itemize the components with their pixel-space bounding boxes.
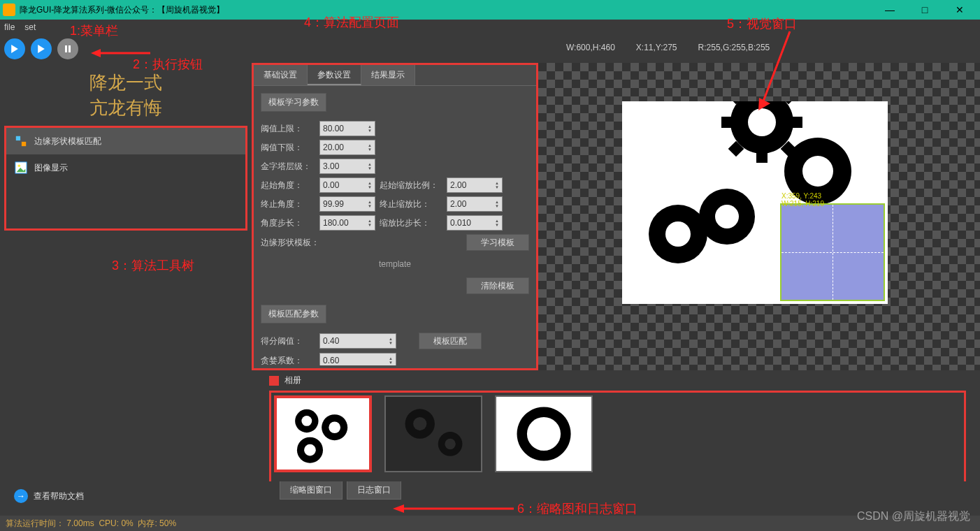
thumbnail-strip	[269, 391, 966, 481]
match-button[interactable]: 模板匹配	[419, 333, 482, 349]
pyramid-input[interactable]: 3.00▲▼	[319, 159, 375, 174]
svg-rect-12	[756, 152, 768, 163]
thumbnail-2[interactable]	[384, 395, 482, 472]
ang-step-label: 角度步长：	[261, 217, 315, 229]
shape-icon	[15, 135, 27, 147]
clear-template-button[interactable]: 清除模板	[466, 277, 529, 294]
greedy-input[interactable]: 0.60▲▼	[319, 353, 396, 365]
template-name: template	[261, 259, 529, 269]
thresh-lo-label: 阈值下限：	[261, 142, 315, 154]
config-panel: 基础设置 参数设置 结果显示 模板学习参数 阈值上限：80.00▲▼ 阈值下限：…	[252, 63, 538, 370]
svg-rect-2	[65, 45, 67, 52]
menu-set[interactable]: set	[24, 22, 36, 32]
roi-box[interactable]: X:359, Y:243W:215, H:219	[780, 203, 885, 301]
svg-point-22	[665, 221, 691, 247]
help-link[interactable]: → 查看帮助文档	[4, 482, 94, 510]
info-rgb: R:255,G:255,B:255	[698, 43, 770, 52]
pyramid-label: 金字塔层级：	[261, 161, 315, 173]
arrow-6	[391, 502, 517, 516]
score-label: 得分阈值：	[261, 335, 315, 347]
svg-rect-14	[791, 117, 802, 128]
canvas-image[interactable]: X:359, Y:243W:215, H:219	[622, 101, 888, 304]
run-step-button[interactable]	[31, 38, 52, 59]
title-bar: 降龙GUI-降龙算法系列-微信公众号：【周旋机器视觉】 — □ ✕	[0, 0, 980, 20]
start-scale-input[interactable]: 2.00▲▼	[447, 177, 503, 193]
help-label: 查看帮助文档	[34, 490, 84, 502]
svg-point-24	[715, 205, 739, 228]
window-title: 降龙GUI-降龙算法系列-微信公众号：【周旋机器视觉】	[20, 4, 879, 16]
tab-param[interactable]: 参数设置	[308, 65, 361, 85]
svg-point-34	[445, 439, 455, 449]
pause-button[interactable]	[57, 38, 78, 59]
left-panel: 降龙一式 亢龙有悔 边缘形状模板匹配 图像显示	[0, 63, 252, 370]
end-ang-label: 终止角度：	[261, 198, 315, 210]
status-runtime-label: 算法运行时间：	[6, 518, 64, 530]
help-icon: →	[14, 489, 28, 503]
minimize-button[interactable]: —	[879, 4, 900, 15]
info-xy: X:11,Y:275	[636, 43, 677, 52]
status-runtime: 7.00ms	[66, 518, 94, 528]
thresh-lo-input[interactable]: 20.00▲▼	[319, 140, 375, 155]
tab-log[interactable]: 日志窗口	[347, 481, 401, 500]
learn-template-button[interactable]: 学习模板	[466, 234, 529, 251]
tab-result[interactable]: 结果显示	[361, 65, 415, 85]
svg-point-28	[329, 421, 340, 433]
album-title: 相册	[284, 374, 301, 386]
roi-coords: X:359, Y:243	[781, 192, 821, 200]
status-cpu: CPU: 0%	[99, 518, 133, 528]
svg-marker-0	[11, 45, 18, 53]
app-icon	[3, 3, 15, 16]
svg-rect-3	[69, 45, 71, 52]
end-scale-input[interactable]: 2.00▲▼	[447, 196, 503, 212]
end-ang-input[interactable]: 99.99▲▼	[319, 196, 375, 212]
run-button[interactable]	[4, 38, 25, 59]
thresh-hi-label: 阈值上限：	[261, 123, 315, 135]
album-panel: 相册 缩略图窗口 日志窗口	[0, 370, 980, 504]
scale-step-input[interactable]: 0.010▲▼	[447, 215, 503, 231]
status-mem: 内存: 50%	[138, 518, 176, 530]
close-button[interactable]: ✕	[949, 4, 970, 15]
thumbnail-1[interactable]	[274, 395, 372, 472]
tree-item-image-display[interactable]: 图像显示	[6, 154, 245, 181]
tab-thumbnail[interactable]: 缩略图窗口	[280, 481, 343, 500]
group-learn: 模板学习参数	[261, 93, 326, 112]
brand-line2: 亢龙有悔	[0, 95, 252, 120]
start-ang-input[interactable]: 0.00▲▼	[319, 177, 375, 193]
group-match: 模板匹配参数	[261, 305, 326, 323]
svg-point-26	[301, 416, 312, 426]
status-bar: 算法运行时间： 7.00ms CPU: 0% 内存: 50%	[0, 516, 980, 531]
svg-point-35	[527, 417, 561, 451]
viewport[interactable]: W:600,H:460 X:11,Y:275 R:255,G:255,B:255…	[538, 63, 980, 370]
tab-basic[interactable]: 基础设置	[254, 65, 308, 85]
svg-rect-5	[22, 142, 26, 146]
svg-point-10	[748, 108, 776, 136]
shape-label: 边缘形状模板：	[261, 237, 331, 249]
ang-step-input[interactable]: 180.00▲▼	[319, 215, 375, 231]
maximize-button[interactable]: □	[914, 4, 935, 15]
score-input[interactable]: 0.40▲▼	[319, 333, 396, 349]
thumbnail-3[interactable]	[495, 395, 593, 472]
svg-point-32	[413, 417, 426, 430]
thresh-hi-input[interactable]: 80.00▲▼	[319, 121, 375, 136]
end-scale-label: 终止缩放比：	[380, 198, 442, 210]
svg-rect-4	[16, 136, 20, 140]
svg-rect-13	[721, 117, 733, 128]
menu-bar: file set	[0, 20, 980, 35]
svg-marker-41	[393, 504, 404, 513]
album-icon	[269, 376, 279, 386]
greedy-label: 贪婪系数：	[261, 355, 315, 366]
roi-coords2: W:215, H:219	[781, 200, 824, 208]
svg-point-7	[18, 165, 21, 168]
menu-file[interactable]: file	[4, 22, 15, 32]
watermark: CSDN @周旋机器视觉	[857, 509, 970, 524]
tree-item-label: 边缘形状模板匹配	[34, 136, 101, 147]
tree-item-shape-match[interactable]: 边缘形状模板匹配	[6, 128, 245, 154]
image-icon	[15, 161, 27, 174]
info-wh: W:600,H:460	[566, 43, 615, 52]
svg-point-20	[802, 156, 833, 187]
svg-point-30	[304, 444, 316, 456]
svg-marker-1	[38, 45, 45, 53]
scale-step-label: 缩放比步长：	[380, 217, 442, 229]
tree-item-label: 图像显示	[34, 162, 68, 174]
start-scale-label: 起始缩放比例：	[380, 180, 442, 191]
